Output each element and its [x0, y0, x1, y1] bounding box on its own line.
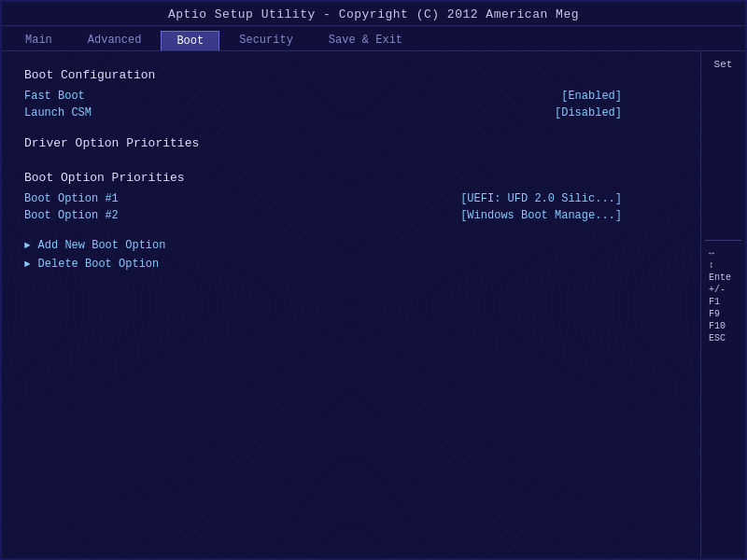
section-boot-priorities: Boot Option Priorities	[24, 171, 678, 185]
key-row-plusminus: +/-	[709, 285, 726, 295]
key-arrows-v-symbol: ↕	[709, 260, 714, 271]
sidebar-keys: ↔ ↕ Ente +/- F1 F9 F10	[705, 248, 741, 343]
tab-main[interactable]: Main	[9, 30, 68, 50]
tab-security[interactable]: Security	[223, 30, 309, 50]
key-row-arrows-h: ↔	[709, 248, 714, 259]
bios-screen: Aptio Setup Utility - Copyright (C) 2012…	[0, 0, 747, 560]
tab-bar: Main Advanced Boot Security Save & Exit	[2, 26, 745, 51]
add-new-boot-label: Add New Boot Option	[38, 239, 166, 252]
sidebar-top-label: Set	[714, 59, 733, 70]
boot-option1-label: Boot Option #1	[24, 192, 119, 205]
launch-csm-value: [Disabled]	[555, 106, 622, 119]
key-enter-label: Ente	[709, 273, 731, 283]
content-area: Boot Configuration Fast Boot [Enabled] L…	[2, 51, 745, 557]
key-row-esc: ESC	[709, 333, 726, 343]
delete-boot-label: Delete Boot Option	[38, 258, 160, 271]
key-row-f9: F9	[709, 309, 720, 319]
boot-option1-row[interactable]: Boot Option #1 [UEFI: UFD 2.0 Silic...]	[24, 192, 678, 205]
key-row-f1: F1	[709, 297, 720, 307]
launch-csm-label: Launch CSM	[24, 106, 92, 119]
fast-boot-label: Fast Boot	[24, 90, 85, 103]
key-row-enter: Ente	[709, 273, 731, 283]
boot-option2-label: Boot Option #2	[24, 209, 119, 222]
tab-save-exit[interactable]: Save & Exit	[313, 30, 418, 50]
key-f10-label: F10	[709, 321, 726, 331]
fast-boot-row[interactable]: Fast Boot [Enabled]	[24, 90, 678, 103]
key-f9-label: F9	[709, 309, 720, 319]
boot-option2-value: [Windows Boot Manage...]	[460, 209, 622, 222]
launch-csm-row[interactable]: Launch CSM [Disabled]	[24, 106, 678, 119]
fast-boot-value: [Enabled]	[561, 90, 622, 103]
key-arrows-h-symbol: ↔	[709, 248, 714, 259]
arrow-right-icon2: ►	[24, 259, 31, 270]
delete-boot-item[interactable]: ► Delete Boot Option	[24, 258, 678, 271]
boot-option1-value: [UEFI: UFD 2.0 Silic...]	[460, 192, 622, 205]
key-row-f10: F10	[709, 321, 726, 331]
key-row-arrows-v: ↕	[709, 260, 714, 271]
boot-option2-row[interactable]: Boot Option #2 [Windows Boot Manage...]	[24, 209, 678, 222]
tab-advanced[interactable]: Advanced	[72, 30, 158, 50]
key-esc-label: ESC	[709, 333, 726, 343]
section-boot-config: Boot Configuration	[24, 68, 678, 82]
key-f1-label: F1	[709, 297, 720, 307]
key-plusminus-label: +/-	[709, 285, 726, 295]
arrow-right-icon: ►	[24, 240, 31, 251]
title-bar: Aptio Setup Utility - Copyright (C) 2012…	[2, 2, 745, 26]
title-text: Aptio Setup Utility - Copyright (C) 2012…	[168, 7, 579, 21]
add-new-boot-item[interactable]: ► Add New Boot Option	[24, 239, 678, 252]
main-panel: Boot Configuration Fast Boot [Enabled] L…	[2, 51, 700, 557]
section-driver-priorities: Driver Option Priorities	[24, 136, 678, 150]
tab-boot[interactable]: Boot	[161, 31, 219, 50]
sidebar-divider	[705, 240, 741, 241]
right-sidebar: Set ↔ ↕ Ente +/- F1 F9	[700, 51, 745, 557]
